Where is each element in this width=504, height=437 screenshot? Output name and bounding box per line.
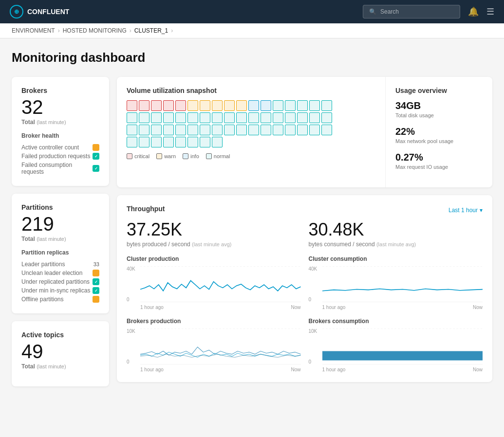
breadcrumb-cluster: CLUSTER_1 bbox=[134, 27, 168, 34]
volume-cell bbox=[297, 100, 308, 111]
cluster-production-chart: Cluster production 40K 0 1 hour ago Now bbox=[127, 255, 301, 310]
brokers-production-chart: Brokers production 10K 0 1 hour ago Now bbox=[127, 318, 301, 372]
volume-cell bbox=[175, 112, 186, 123]
search-box[interactable]: 🔍 Search bbox=[363, 5, 460, 18]
logo-icon: ⊕ bbox=[10, 5, 23, 18]
partitions-count: 219 bbox=[21, 214, 99, 234]
bp-y-max: 10K bbox=[127, 328, 135, 334]
volume-cell bbox=[321, 125, 332, 135]
bc-x-left: 1 hour ago bbox=[322, 367, 346, 372]
offline-partitions-status bbox=[93, 296, 99, 303]
produced-value: 37.25K bbox=[127, 219, 301, 240]
notifications-icon[interactable]: 🔔 bbox=[468, 6, 479, 17]
volume-cell bbox=[187, 112, 198, 123]
volume-cell bbox=[187, 125, 198, 135]
under-min-insync: Under min in-sync replicas ✓ bbox=[21, 286, 99, 295]
volume-cell bbox=[139, 137, 149, 147]
breadcrumb-hosted-monitoring[interactable]: HOSTED MONITORING bbox=[63, 27, 127, 34]
legend-critical: critical bbox=[127, 153, 149, 159]
failed-production-status: ✓ bbox=[93, 153, 99, 160]
produced-label: bytes produced / second (last minute avg… bbox=[127, 241, 301, 248]
offline-partitions: Offline partitions bbox=[21, 295, 99, 304]
volume-cell bbox=[139, 125, 149, 135]
legend-critical-color bbox=[127, 153, 132, 159]
volume-row-3 bbox=[127, 125, 375, 135]
volume-cell bbox=[200, 125, 210, 135]
active-topics-card: Active topics 49 Total (last minute) bbox=[12, 321, 109, 386]
throughput-metrics: 37.25K bytes produced / second (last min… bbox=[127, 219, 483, 248]
volume-cell bbox=[151, 100, 162, 111]
legend-info-label: info bbox=[190, 153, 199, 159]
active-controller-status bbox=[93, 144, 99, 151]
volume-cell bbox=[285, 125, 296, 135]
breadcrumb-chevron-2: › bbox=[130, 27, 131, 34]
bc-y-max: 10K bbox=[309, 328, 317, 334]
brokers-card: Brokers 32 Total (last minute) Broker he… bbox=[12, 77, 109, 186]
volume-cell bbox=[127, 112, 137, 123]
unclean-leader-status bbox=[93, 270, 99, 276]
legend-info: info bbox=[183, 153, 199, 159]
breadcrumb-environment[interactable]: ENVIRONMENT bbox=[12, 27, 55, 34]
volume-cell bbox=[212, 100, 223, 111]
volume-section: Volume utilization snapshot bbox=[117, 77, 385, 187]
health-active-controller-label: Active controller count bbox=[21, 144, 79, 151]
legend-critical-label: critical bbox=[134, 153, 149, 159]
brokers-count: 32 bbox=[21, 97, 99, 117]
cc-y-max: 40K bbox=[309, 266, 317, 272]
volume-cell bbox=[163, 125, 174, 135]
brokers-consumption-title: Brokers consumption bbox=[309, 318, 483, 325]
cc-x-right: Now bbox=[473, 305, 483, 310]
time-selector-chevron: ▾ bbox=[480, 207, 483, 214]
cluster-consumption-chart: Cluster consumption 40K 0 1 hour ago Now bbox=[309, 255, 483, 310]
volume-cell bbox=[139, 112, 149, 123]
active-topics-title: Active topics bbox=[21, 331, 99, 339]
usage-network-value: 22% bbox=[395, 126, 483, 137]
volume-cell bbox=[309, 112, 320, 123]
volume-cell bbox=[248, 125, 259, 135]
partitions-subtitle: Total (last minute) bbox=[21, 236, 99, 242]
volume-cell bbox=[236, 125, 247, 135]
health-failed-production-label: Failed production requests bbox=[21, 153, 90, 160]
volume-cell bbox=[175, 125, 186, 135]
brokers-production-area: 10K 0 1 hour ago Now bbox=[127, 328, 301, 372]
cp-x-left: 1 hour ago bbox=[140, 305, 164, 310]
throughput-header: Throughput Last 1 hour ▾ bbox=[127, 205, 483, 216]
volume-legend: critical warn info bbox=[127, 153, 375, 159]
cluster-consumption-area: 40K 0 1 hour ago Now bbox=[309, 266, 483, 310]
usage-title: Usage overview bbox=[395, 87, 483, 94]
produced-metric: 37.25K bytes produced / second (last min… bbox=[127, 219, 301, 248]
time-selector[interactable]: Last 1 hour ▾ bbox=[448, 207, 483, 214]
legend-warn-color bbox=[156, 153, 162, 159]
usage-io-label: Max request IO usage bbox=[395, 164, 483, 170]
bc-x-right: Now bbox=[473, 367, 483, 372]
menu-icon[interactable]: ☰ bbox=[486, 6, 494, 17]
search-label: Search bbox=[380, 8, 399, 15]
throughput-card: Throughput Last 1 hour ▾ 37.25K bytes pr… bbox=[117, 195, 492, 382]
usage-io: 0.27% Max request IO usage bbox=[395, 152, 483, 170]
volume-cell bbox=[163, 137, 174, 147]
consumed-label: bytes consumed / second (last minute avg… bbox=[309, 241, 483, 248]
usage-disk-label: Total disk usage bbox=[395, 112, 483, 118]
usage-disk-value: 34GB bbox=[395, 100, 483, 111]
volume-cell bbox=[127, 125, 137, 135]
volume-cell bbox=[175, 137, 186, 147]
volume-cell bbox=[285, 112, 296, 123]
active-topics-count: 49 bbox=[21, 342, 99, 361]
volume-title: Volume utilization snapshot bbox=[127, 87, 375, 94]
volume-cell bbox=[297, 112, 308, 123]
volume-cell bbox=[273, 100, 283, 111]
partitions-card: Partitions 219 Total (last minute) Parti… bbox=[12, 194, 109, 313]
main-content: Monitoring dashboard Brokers 32 Total (l… bbox=[0, 38, 504, 437]
cluster-consumption-svg bbox=[322, 266, 483, 302]
volume-cell bbox=[236, 100, 247, 111]
volume-cell bbox=[273, 112, 283, 123]
brokers-consumption-area: 10K 0 1 hour ago Now bbox=[309, 328, 483, 372]
volume-cell bbox=[224, 125, 235, 135]
volume-cell bbox=[187, 100, 198, 111]
volume-cell bbox=[200, 137, 210, 147]
brokers-production-svg bbox=[140, 328, 301, 364]
usage-io-value: 0.27% bbox=[395, 152, 483, 163]
search-icon: 🔍 bbox=[369, 8, 376, 15]
cluster-consumption-title: Cluster consumption bbox=[309, 255, 483, 262]
volume-cell bbox=[200, 100, 210, 111]
